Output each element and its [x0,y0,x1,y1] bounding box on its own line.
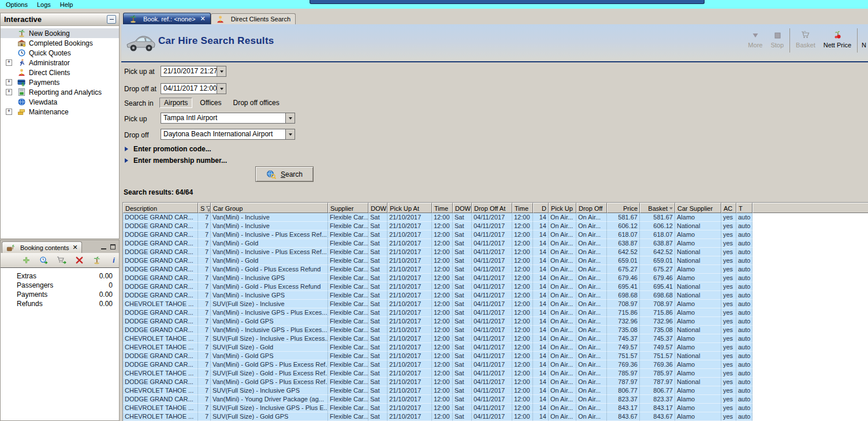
table-row[interactable]: DODGE GRAND CAR...7Van(Mini) - Inclusive… [123,213,868,222]
table-row[interactable]: CHEVROLET TAHOE ...7SUV(Full Size) - Gol… [123,369,868,378]
membership-number-expander[interactable]: Enter membership number... [125,157,227,165]
cell-basket-14: 769.36 [640,360,675,369]
table-row[interactable]: DODGE GRAND CAR...7Van(Mini) - Inclusive… [123,230,868,239]
table-row[interactable]: CHEVROLET TAHOE ...7SUV(Full Size) - Inc… [123,386,868,395]
column-header-d-10[interactable]: D [533,203,549,213]
table-row[interactable]: DODGE GRAND CAR...7Van(Mini) - Gold GPSF… [123,352,868,360]
quote-icon[interactable] [39,256,48,265]
sidebar-item-payments[interactable]: +$Payments [1,77,119,87]
search-in-option-airports[interactable]: Airports [159,98,192,108]
dropdown-button[interactable] [285,113,295,124]
table-row[interactable]: CHEVROLET TAHOE ...7SUV(Full Size) - Inc… [123,334,868,343]
column-header-car-group-2[interactable]: Car Group [211,203,328,213]
table-row[interactable]: CHEVROLET TAHOE ...7SUV(Full Size) - Inc… [123,300,868,308]
delete-icon[interactable] [74,256,84,265]
column-header-time-6[interactable]: Time [432,203,453,213]
sidebar-item-quick-quotes[interactable]: Quick Quotes [1,48,119,58]
tab-direct-clients-search[interactable]: Direct Clients Search [211,13,296,24]
more-button[interactable]: More [744,28,766,53]
tab-book-ref-none[interactable]: Book. ref.: <none>✕ [123,13,211,24]
column-header-drop-off-12[interactable]: Drop Off [576,203,607,213]
pickup-at-datetime-input[interactable]: 21/10/2017 21:27 [161,66,226,77]
sidebar-item-reporting-and-analytics[interactable]: +Reporting and Analytics [1,87,119,97]
column-header-s-1[interactable]: S [198,203,211,213]
table-row[interactable]: DODGE GRAND CAR...7Van(Mini) - GoldFlexi… [123,239,868,248]
column-header-pick-up-at-5[interactable]: Pick Up At [388,203,432,213]
table-row[interactable]: DODGE GRAND CAR...7Van(Mini) - Gold GPSF… [123,317,868,326]
stop-button[interactable]: Stop [766,28,788,53]
table-row[interactable]: DODGE GRAND CAR...7Van(Mini) - Inclusive… [123,248,868,256]
column-header-pick-up-11[interactable]: Pick Up [549,203,576,213]
table-row[interactable]: DODGE GRAND CAR...7Van(Mini) - Young Dri… [123,395,868,404]
table-row[interactable]: DODGE GRAND CAR...7Van(Mini) - Inclusive… [123,308,868,317]
menu-item-options[interactable]: Options [1,1,32,9]
table-row[interactable]: DODGE GRAND CAR...7Van(Mini) - Gold - Pl… [123,282,868,291]
column-header-car-supplier-15[interactable]: Car Supplier [675,203,721,213]
basket-transfer-icon[interactable] [57,256,66,265]
table-row[interactable]: DODGE GRAND CAR...7Van(Mini) - Inclusive… [123,291,868,300]
table-row[interactable]: CHEVROLET TAHOE ...7SUV(Full Size) - Gol… [123,412,868,421]
table-row[interactable]: DODGE GRAND CAR...7Van(Mini) - Inclusive… [123,222,868,230]
pickup-location-value[interactable]: Tampa Intl Airport [161,113,285,124]
column-header-description-0[interactable]: Description [123,203,198,213]
maximize-panel-button[interactable] [110,244,116,249]
table-row[interactable]: DODGE GRAND CAR...7Van(Mini) - Gold GPS … [123,360,868,369]
booking-contents-tab-label: Booking contents [20,244,69,251]
search-in-option-drop-off-offices[interactable]: Drop off offices [229,98,283,107]
column-header-basket-14[interactable]: Basket [640,203,675,213]
expand-plus-icon[interactable]: + [6,79,12,85]
column-header-t-17[interactable]: T [736,203,752,213]
dropdown-button[interactable] [217,66,226,77]
column-header-dow-4[interactable]: DOW [368,203,388,213]
column-header-ac-16[interactable]: AC [721,203,736,213]
table-row[interactable]: DODGE GRAND CAR...7Van(Mini) - Gold GPS … [123,378,868,386]
minimize-panel-button[interactable] [101,244,106,249]
palm-tree-icon[interactable] [92,256,101,265]
dropoff-at-datetime-input[interactable]: 04/11/2017 12:00 [161,83,226,94]
dropoff-location-select[interactable]: Daytona Beach International Airport [161,129,295,140]
sidebar-item-maintenance[interactable]: +Maintenance [1,107,119,117]
column-header-dow-7[interactable]: DOW [453,203,472,213]
cell-time-6: 12:00 [432,256,453,265]
collapse-panel-button[interactable] [107,15,116,24]
sidebar-item-new-booking[interactable]: New Booking [1,28,119,38]
tab-booking-contents[interactable]: Booking contents ✕ [2,241,82,253]
pickup-at-value[interactable]: 21/10/2017 21:27 [161,66,217,77]
table-row[interactable]: DODGE GRAND CAR...7Van(Mini) - Inclusive… [123,274,868,282]
nett-price-button[interactable]: Nett Price [819,28,855,53]
expand-plus-icon[interactable]: + [6,109,12,115]
search-button[interactable]: Search [255,166,314,182]
search-in-option-offices[interactable]: Offices [196,98,225,107]
cell-basket-14: 581.67 [640,213,675,222]
dropoff-at-value[interactable]: 04/11/2017 12:00 [161,83,217,94]
column-header-drop-off-at-8[interactable]: Drop Off At [472,203,512,213]
pickup-location-select[interactable]: Tampa Intl Airport [161,113,295,124]
expand-plus-icon[interactable]: + [6,59,12,66]
sidebar-item-viewdata[interactable]: Viewdata [1,97,119,107]
column-header-supplier-3[interactable]: Supplier [328,203,368,213]
table-row[interactable]: CHEVROLET TAHOE ...7SUV(Full Size) - Gol… [123,343,868,352]
menu-item-logs[interactable]: Logs [32,1,55,9]
info-icon[interactable]: i [110,256,119,265]
column-header-time-9[interactable]: Time [512,203,533,213]
promotion-code-expander[interactable]: Enter promotion code... [125,145,211,153]
basket-button[interactable]: Basket [792,28,819,53]
sidebar-item-direct-clients[interactable]: Direct Clients [1,68,119,77]
add-icon[interactable] [21,256,31,265]
menu-item-help[interactable]: Help [55,1,78,9]
dropoff-location-value[interactable]: Daytona Beach International Airport [161,129,285,140]
dropdown-button[interactable] [285,129,295,140]
table-row[interactable]: DODGE GRAND CAR...7Van(Mini) - Gold - Pl… [123,265,868,274]
table-row[interactable]: DODGE GRAND CAR...7Van(Mini) - Inclusive… [123,326,868,334]
dropdown-button[interactable] [217,83,226,94]
table-row[interactable]: CHEVROLET TAHOE ...7SUV(Full Size) - Inc… [123,404,868,412]
close-icon[interactable]: ✕ [200,15,206,23]
n-button[interactable]: N [859,28,868,53]
close-icon[interactable]: ✕ [72,244,77,251]
table-row[interactable]: DODGE GRAND CAR...7Van(Mini) - GoldFlexi… [123,256,868,265]
cell-ac-16: yes [721,395,736,404]
sidebar-item-completed-bookings[interactable]: Completed Bookings [1,38,119,48]
expand-plus-icon[interactable]: + [6,89,12,95]
column-header-price-13[interactable]: Price [607,203,640,213]
sidebar-item-administrator[interactable]: +Administrator [1,58,119,68]
